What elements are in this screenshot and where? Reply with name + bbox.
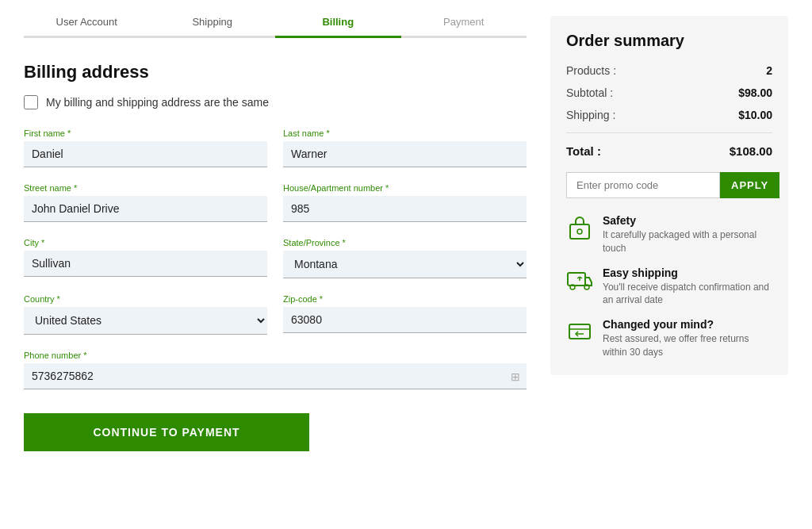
shipping-value: $10.00 — [738, 109, 772, 121]
step-payment[interactable]: Payment — [401, 16, 527, 36]
svg-rect-2 — [568, 273, 585, 286]
street-label: Street name * — [24, 183, 267, 193]
phone-label: Phone number * — [24, 351, 527, 360]
feature-list: Safety It carefully packaged with a pers… — [566, 214, 772, 359]
feature-safety: Safety It carefully packaged with a pers… — [566, 214, 772, 255]
summary-divider — [566, 132, 772, 133]
first-name-input[interactable] — [24, 141, 267, 167]
phone-icon: ⊞ — [511, 370, 520, 383]
subtotal-label: Subtotal : — [566, 86, 613, 99]
shipping-row: Shipping : $10.00 — [566, 109, 772, 121]
total-value: $108.00 — [730, 144, 772, 158]
same-address-row: My billing and shipping address are the … — [24, 95, 527, 109]
order-summary-title: Order summary — [566, 32, 772, 50]
street-group: Street name * — [24, 183, 267, 222]
step-billing[interactable]: Billing — [275, 16, 401, 36]
step-user-account[interactable]: User Account — [24, 16, 150, 36]
house-group: House/Apartment number * — [283, 183, 527, 222]
same-address-label[interactable]: My billing and shipping address are the … — [46, 96, 269, 109]
feature-shipping: Easy shipping You'll receive dispatch co… — [566, 266, 772, 308]
products-value: 2 — [766, 64, 772, 77]
promo-row: APPLY — [566, 172, 772, 198]
subtotal-value: $98.00 — [738, 86, 772, 99]
city-input[interactable] — [24, 251, 267, 277]
returns-icon — [566, 318, 593, 345]
promo-apply-button[interactable]: APPLY — [720, 172, 779, 198]
products-label: Products : — [566, 64, 616, 77]
easy-shipping-text: Easy shipping You'll receive dispatch co… — [603, 266, 772, 308]
billing-form: First name * Last name * Street name * H… — [24, 128, 527, 389]
safety-title: Safety — [603, 214, 772, 227]
zip-group: Zip-code * — [283, 294, 527, 335]
svg-point-1 — [577, 229, 582, 234]
total-row: Total : $108.00 — [566, 144, 772, 158]
svg-rect-0 — [570, 224, 589, 239]
country-label: Country * — [24, 294, 267, 304]
returns-title: Changed your mind? — [603, 318, 772, 331]
billing-title: Billing address — [24, 62, 527, 82]
street-input[interactable] — [24, 196, 267, 222]
last-name-label: Last name * — [283, 128, 527, 138]
easy-shipping-desc: You'll receive dispatch confirmation and… — [603, 281, 772, 308]
subtotal-row: Subtotal : $98.00 — [566, 86, 772, 99]
easy-shipping-title: Easy shipping — [603, 266, 772, 279]
state-label: State/Province * — [283, 238, 527, 247]
promo-input[interactable] — [566, 172, 720, 198]
returns-text: Changed your mind? Rest assured, we offe… — [603, 318, 772, 359]
phone-input[interactable] — [24, 363, 527, 389]
continue-payment-button[interactable]: CONTINUE TO PAYMENT — [24, 413, 309, 451]
safety-text: Safety It carefully packaged with a pers… — [603, 214, 772, 255]
main-content: User Account Shipping Billing Payment Bi… — [24, 16, 527, 451]
safety-icon — [566, 214, 593, 241]
zip-input[interactable] — [283, 307, 527, 333]
first-name-label: First name * — [24, 128, 267, 138]
easy-shipping-icon — [566, 266, 593, 293]
last-name-group: Last name * — [283, 128, 527, 167]
country-select[interactable]: United States Canada United Kingdom — [24, 307, 267, 335]
feature-returns: Changed your mind? Rest assured, we offe… — [566, 318, 772, 359]
page-wrapper: User Account Shipping Billing Payment Bi… — [0, 0, 812, 467]
sidebar: Order summary Products : 2 Subtotal : $9… — [550, 16, 788, 451]
state-select[interactable]: Montana California Texas New York — [283, 251, 527, 278]
safety-desc: It carefully packaged with a personal to… — [603, 228, 772, 255]
step-shipping[interactable]: Shipping — [150, 16, 276, 36]
first-name-group: First name * — [24, 128, 267, 167]
steps-nav: User Account Shipping Billing Payment — [24, 16, 527, 38]
phone-group: Phone number * ⊞ — [24, 351, 527, 389]
last-name-input[interactable] — [283, 141, 527, 167]
phone-wrapper: ⊞ — [24, 363, 527, 389]
city-label: City * — [24, 238, 267, 247]
shipping-label: Shipping : — [566, 109, 615, 121]
house-input[interactable] — [283, 196, 527, 222]
country-group: Country * United States Canada United Ki… — [24, 294, 267, 335]
house-label: House/Apartment number * — [283, 183, 527, 193]
zip-label: Zip-code * — [283, 294, 527, 304]
returns-desc: Rest assured, we offer free returns with… — [603, 332, 772, 359]
svg-rect-5 — [569, 324, 590, 339]
total-label: Total : — [566, 144, 601, 158]
city-group: City * — [24, 238, 267, 278]
products-row: Products : 2 — [566, 64, 772, 77]
same-address-checkbox[interactable] — [24, 95, 38, 109]
order-summary-box: Order summary Products : 2 Subtotal : $9… — [550, 16, 788, 375]
state-group: State/Province * Montana California Texa… — [283, 238, 527, 278]
